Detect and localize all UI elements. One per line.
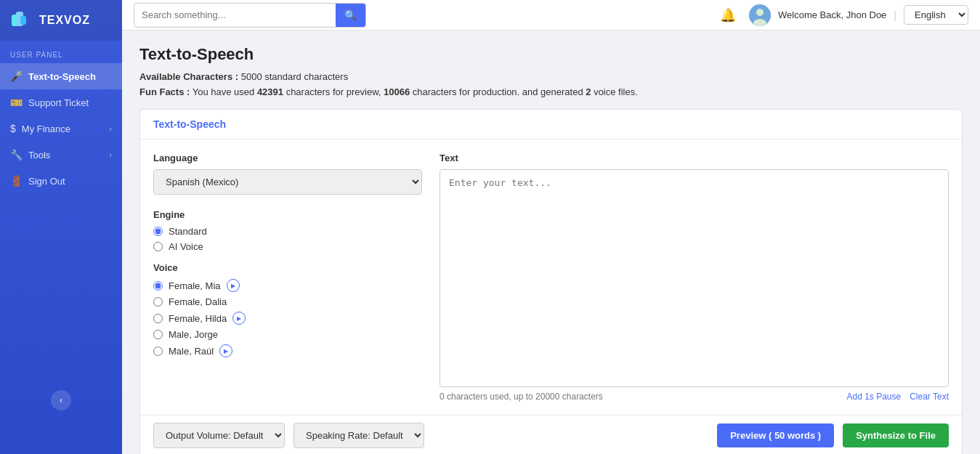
search-button[interactable]: 🔍 [336, 4, 365, 27]
clear-text-button[interactable]: Clear Text [910, 392, 949, 402]
voice-files-count: 2 [586, 86, 591, 97]
engine-radio-group: Standard AI Voice [153, 226, 422, 252]
collapse-icon: ‹ [60, 395, 62, 405]
search-icon: 🔍 [344, 9, 357, 21]
voice-female-mia-option[interactable]: Female, Mia ▶ [153, 279, 422, 292]
avatar [749, 4, 771, 26]
engine-ai-voice-option[interactable]: AI Voice [153, 241, 422, 252]
sidebar-item-sign-out[interactable]: 🚪 Sign Out [0, 168, 122, 194]
voice-female-mia-radio[interactable] [153, 281, 163, 291]
text-actions: Add 1s Pause Clear Text [846, 392, 949, 402]
chevron-right-icon: › [109, 150, 112, 159]
voice-male-jorge-label: Male, Jorge [169, 329, 218, 340]
search-input[interactable] [134, 5, 336, 25]
sidebar-item-my-finance[interactable]: $ My Finance › [0, 115, 122, 142]
card-footer: Output Volume: Default Output Volume: Lo… [140, 415, 962, 454]
voice-female-hilda-label: Female, Hilda [169, 313, 227, 324]
texvoz-logo-icon [10, 9, 33, 32]
header: 🔍 🔔 Welcome Back, Jhon Doe | English Spa… [122, 0, 980, 31]
text-textarea[interactable] [440, 169, 949, 387]
sidebar-logo[interactable]: TEXVOZ [0, 0, 122, 41]
engine-standard-radio[interactable] [153, 227, 163, 236]
voice-female-mia-label: Female, Mia [169, 280, 221, 291]
engine-ai-voice-radio[interactable] [153, 242, 163, 251]
sidebar-item-text-to-speech[interactable]: 🎤 Text-to-Speech [0, 63, 122, 89]
sidebar: TEXVOZ USER PANEL 🎤 Text-to-Speech 🎫 Sup… [0, 0, 122, 454]
speaking-rate-select[interactable]: Speaking Rate: Default Speaking Rate: Sl… [293, 423, 424, 448]
preview-count: 42391 [257, 86, 283, 97]
sidebar-item-label: Sign Out [28, 176, 65, 187]
available-chars-label: Available Characters : [139, 71, 238, 82]
fun-facts-label: Fun Facts : [139, 86, 190, 97]
ticket-icon: 🎫 [10, 97, 23, 108]
tts-card-header: Text-to-Speech [140, 110, 962, 139]
char-count-text: 0 characters used, up to 20000 character… [440, 392, 603, 402]
voice-female-dalia-label: Female, Dalia [169, 296, 227, 307]
svg-point-4 [756, 9, 764, 16]
engine-standard-option[interactable]: Standard [153, 226, 422, 237]
sidebar-item-label: Tools [28, 150, 50, 161]
voice-male-raul-option[interactable]: Male, Raúl ▶ [153, 344, 422, 357]
notification-bell-icon[interactable]: 🔔 [714, 7, 742, 23]
preview-button[interactable]: Preview ( 50 words ) [717, 423, 834, 447]
voice-female-dalia-option[interactable]: Female, Dalia [153, 296, 422, 307]
sidebar-item-label: Text-to-Speech [28, 71, 96, 82]
voice-label: Voice [153, 262, 422, 273]
synthesize-button[interactable]: Synthesize to File [843, 423, 949, 447]
voice-male-jorge-option[interactable]: Male, Jorge [153, 329, 422, 340]
content-area: Text-to-Speech Available Characters : 50… [122, 31, 980, 454]
voice-male-raul-radio[interactable] [153, 346, 163, 356]
tts-card: Text-to-Speech Language Spanish (Mexico)… [139, 109, 963, 454]
fun-facts-info: Fun Facts : You have used 42391 characte… [139, 86, 963, 97]
tts-card-body: Language Spanish (Mexico) English (US) E… [140, 139, 962, 415]
add-pause-button[interactable]: Add 1s Pause [846, 392, 901, 402]
search-wrapper: 🔍 [134, 3, 366, 28]
voice-radio-group: Female, Mia ▶ Female, Dalia Female, Hild… [153, 279, 422, 357]
main-area: 🔍 🔔 Welcome Back, Jhon Doe | English Spa… [122, 0, 980, 454]
play-hilda-icon[interactable]: ▶ [232, 312, 246, 325]
voice-female-hilda-option[interactable]: Female, Hilda ▶ [153, 312, 422, 325]
sidebar-section-label: USER PANEL [0, 41, 122, 63]
signout-icon: 🚪 [10, 175, 23, 187]
sidebar-item-label: Support Ticket [28, 97, 89, 108]
available-chars-value: 5000 standard characters [241, 71, 348, 82]
sidebar-item-support-ticket[interactable]: 🎫 Support Ticket [0, 89, 122, 115]
language-selector[interactable]: English Spanish [904, 5, 968, 25]
available-chars-info: Available Characters : 5000 standard cha… [139, 71, 963, 82]
voice-female-hilda-radio[interactable] [153, 314, 163, 323]
tts-icon: 🎤 [10, 70, 23, 82]
sidebar-item-label: My Finance [22, 123, 70, 134]
finance-icon: $ [10, 123, 16, 134]
voice-male-raul-label: Male, Raúl [169, 346, 214, 357]
output-volume-select[interactable]: Output Volume: Default Output Volume: Lo… [153, 423, 285, 448]
voice-male-jorge-radio[interactable] [153, 330, 163, 339]
engine-ai-voice-label: AI Voice [169, 241, 203, 252]
sidebar-collapse-button[interactable]: ‹ [51, 390, 71, 410]
logo-text: TEXVOZ [39, 14, 90, 27]
language-select[interactable]: Spanish (Mexico) English (US) English (U… [153, 169, 422, 195]
svg-rect-2 [20, 16, 26, 25]
sidebar-item-tools[interactable]: 🔧 Tools › [0, 142, 122, 168]
production-count: 10066 [384, 86, 410, 97]
language-label: Language [153, 153, 422, 163]
welcome-text: Welcome Back, Jhon Doe [778, 9, 886, 20]
engine-label: Engine [153, 209, 422, 220]
play-mia-icon[interactable]: ▶ [227, 279, 240, 292]
page-title: Text-to-Speech [139, 45, 963, 64]
char-count-row: 0 characters used, up to 20000 character… [440, 392, 949, 402]
text-label: Text [440, 153, 949, 163]
right-panel: Text 0 characters used, up to 20000 char… [440, 153, 949, 402]
voice-female-dalia-radio[interactable] [153, 297, 163, 307]
play-raul-icon[interactable]: ▶ [219, 344, 232, 357]
tools-icon: 🔧 [10, 149, 23, 161]
chevron-right-icon: › [109, 124, 112, 133]
engine-standard-label: Standard [169, 226, 207, 237]
left-panel: Language Spanish (Mexico) English (US) E… [153, 153, 422, 402]
